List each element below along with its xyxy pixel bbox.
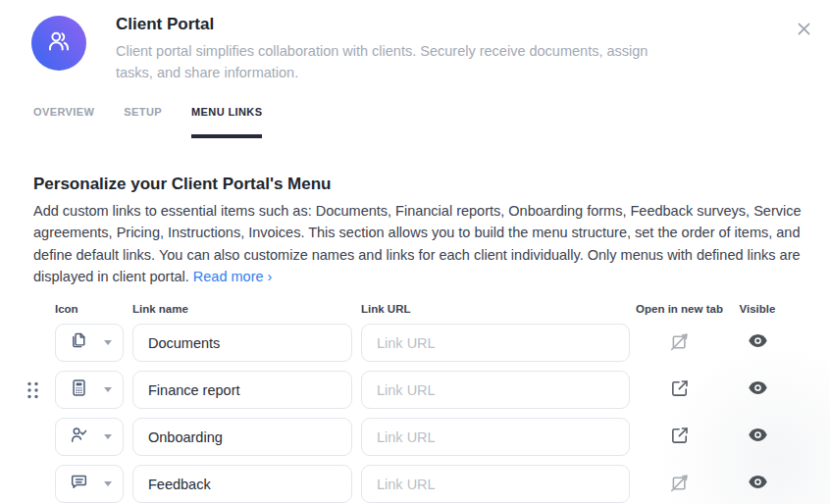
- close-button[interactable]: [791, 18, 816, 43]
- section-description-text: Add custom links to essential items such…: [33, 203, 802, 284]
- tab-menu-links[interactable]: MENU LINKS: [191, 106, 262, 122]
- drag-handle-area: [0, 465, 55, 503]
- link-name-input-finance[interactable]: [132, 371, 352, 409]
- link-name-input-feedback[interactable]: [132, 465, 352, 503]
- close-x-icon: [795, 20, 813, 42]
- icon-select-onboarding[interactable]: [55, 418, 124, 456]
- clients-people-icon: [45, 27, 73, 59]
- external-link-icon: [669, 425, 691, 450]
- client-portal-settings-panel: Client Portal Client portal simplifies c…: [0, 0, 830, 504]
- external-link-off-icon: [669, 330, 691, 356]
- icon-select-feedback[interactable]: [55, 465, 124, 503]
- section-heading: Personalize your Client Portal's Menu: [33, 175, 332, 194]
- external-link-off-icon: [669, 472, 691, 497]
- drag-handle-area: [0, 324, 55, 362]
- link-name-input-documents[interactable]: [132, 324, 352, 362]
- eye-icon: [747, 329, 769, 356]
- visible-toggle-on[interactable]: [729, 329, 786, 356]
- visible-toggle-on[interactable]: [729, 424, 786, 450]
- documents-icon: [69, 330, 89, 355]
- avatar: [31, 16, 86, 71]
- link-url-input-feedback[interactable]: [361, 465, 630, 503]
- open-new-tab-toggle-off[interactable]: [630, 472, 729, 497]
- visible-toggle-on[interactable]: [729, 377, 786, 403]
- read-more-link[interactable]: Read more ›: [193, 269, 273, 284]
- drag-handle-area: [0, 418, 55, 456]
- open-new-tab-toggle-on[interactable]: [630, 378, 729, 403]
- drag-handle-area: [0, 371, 55, 409]
- comment-icon: [69, 472, 89, 496]
- menu-links-rows: [0, 324, 786, 504]
- tab-setup[interactable]: SETUP: [124, 106, 162, 122]
- link-url-input-onboarding[interactable]: [361, 418, 630, 456]
- table-row-onboarding: [0, 418, 786, 456]
- chevron-down-icon: [104, 340, 112, 345]
- icon-select-documents[interactable]: [55, 324, 124, 362]
- eye-icon: [747, 377, 769, 403]
- link-name-input-onboarding[interactable]: [132, 418, 352, 456]
- chevron-down-icon: [104, 434, 112, 439]
- page-title: Client Portal: [116, 15, 214, 34]
- visible-toggle-on[interactable]: [729, 471, 786, 497]
- table-row-feedback: [0, 465, 786, 503]
- eye-icon: [747, 471, 769, 497]
- tab-overview[interactable]: OVERVIEW: [33, 106, 94, 122]
- external-link-icon: [669, 378, 691, 403]
- open-new-tab-toggle-off[interactable]: [630, 330, 729, 356]
- section-description: Add custom links to essential items such…: [33, 200, 804, 288]
- drag-handle-icon[interactable]: [26, 379, 40, 400]
- table-row-finance-report: [0, 371, 786, 409]
- user-check-icon: [69, 425, 89, 449]
- link-url-input-finance[interactable]: [361, 371, 630, 409]
- icon-select-finance[interactable]: [55, 371, 124, 409]
- table-row-documents: [0, 324, 786, 362]
- calculator-icon: [69, 378, 89, 402]
- chevron-down-icon: [104, 387, 112, 392]
- open-new-tab-toggle-on[interactable]: [630, 425, 729, 450]
- tab-bar: OVERVIEW SETUP MENU LINKS: [33, 106, 262, 122]
- page-description: Client portal simplifies collaboration w…: [116, 40, 665, 83]
- eye-icon: [747, 424, 769, 450]
- chevron-down-icon: [104, 481, 112, 486]
- link-url-input-documents[interactable]: [361, 324, 630, 362]
